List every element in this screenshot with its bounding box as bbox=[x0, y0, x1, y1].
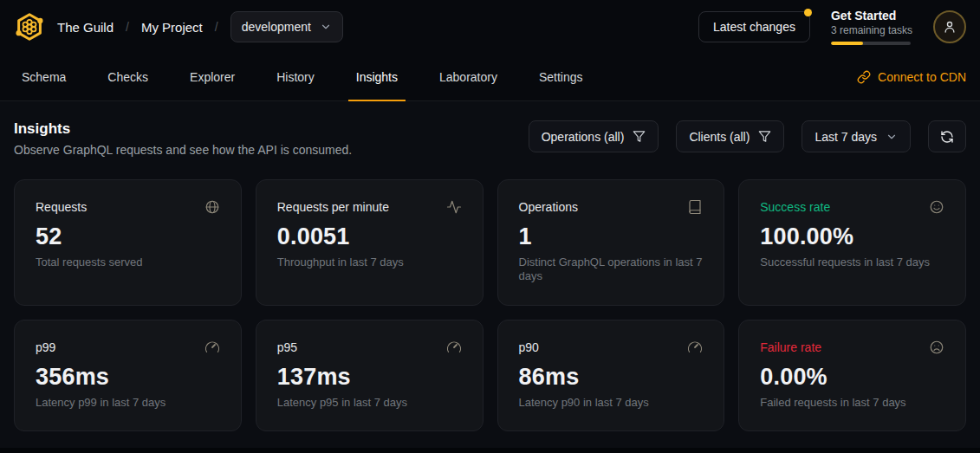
stat-card: Operations 1 Distinct GraphQL operations… bbox=[497, 179, 725, 306]
refresh-icon bbox=[940, 130, 954, 144]
progress-fill bbox=[831, 42, 863, 45]
gauge-icon bbox=[204, 340, 220, 355]
app-root: The Guild / My Project / development Lat… bbox=[0, 0, 980, 453]
tab-list: SchemaChecksExplorerHistoryInsightsLabor… bbox=[14, 54, 591, 100]
chevron-down-icon bbox=[320, 21, 332, 33]
activity-icon bbox=[446, 199, 462, 215]
breadcrumb-project[interactable]: My Project bbox=[141, 20, 203, 35]
guild-logo[interactable] bbox=[14, 11, 45, 42]
latest-changes-label: Latest changes bbox=[713, 20, 795, 34]
card-value: 1 bbox=[519, 223, 704, 250]
clients-filter-label: Clients (all) bbox=[689, 130, 750, 144]
insights-page: Insights Observe GraphQL requests and se… bbox=[0, 101, 980, 448]
connect-cdn-label: Connect to CDN bbox=[878, 70, 966, 84]
filters-toolbar: Operations (all) Clients (all) Last 7 da… bbox=[529, 120, 966, 152]
card-title: p95 bbox=[277, 340, 297, 354]
tab-explorer[interactable]: Explorer bbox=[182, 54, 243, 101]
stat-card: p99 356ms Latency p99 in last 7 days bbox=[14, 320, 242, 431]
globe-icon bbox=[204, 199, 220, 215]
card-description: Throughput in last 7 days bbox=[277, 256, 462, 269]
tab-laboratory[interactable]: Laboratory bbox=[432, 54, 505, 101]
card-description: Total requests served bbox=[36, 256, 220, 269]
card-description: Latency p95 in last 7 days bbox=[277, 396, 462, 410]
card-title: Requests per minute bbox=[277, 200, 389, 214]
main-nav: SchemaChecksExplorerHistoryInsightsLabor… bbox=[0, 54, 980, 101]
card-value: 52 bbox=[36, 223, 220, 250]
stat-card: Failure rate 0.00% Failed requests in la… bbox=[738, 320, 966, 431]
stat-card: p95 137ms Latency p95 in last 7 days bbox=[256, 320, 484, 431]
card-title: Operations bbox=[519, 200, 578, 214]
get-started-subtitle: 3 remaining tasks bbox=[831, 24, 912, 36]
get-started-progress-track bbox=[831, 42, 911, 45]
card-description: Successful requests in last 7 days bbox=[760, 256, 944, 269]
page-title: Insights bbox=[14, 120, 352, 138]
stat-card: p90 86ms Latency p90 in last 7 days bbox=[497, 320, 725, 431]
card-value: 356ms bbox=[36, 364, 220, 391]
latest-changes-button[interactable]: Latest changes bbox=[698, 11, 810, 42]
refresh-button[interactable] bbox=[928, 120, 966, 152]
card-value: 86ms bbox=[519, 364, 704, 391]
page-subtitle: Observe GraphQL requests and see how the… bbox=[14, 143, 352, 157]
user-avatar[interactable] bbox=[933, 10, 966, 43]
frown-icon bbox=[929, 340, 944, 355]
top-header: The Guild / My Project / development Lat… bbox=[0, 0, 980, 54]
card-description: Failed requests in last 7 days bbox=[760, 396, 944, 410]
card-value: 0.0051 bbox=[277, 223, 462, 250]
date-range-button[interactable]: Last 7 days bbox=[802, 120, 911, 152]
tab-schema[interactable]: Schema bbox=[14, 54, 74, 101]
filter-icon bbox=[758, 130, 771, 143]
tab-checks[interactable]: Checks bbox=[100, 54, 156, 101]
card-title: p90 bbox=[519, 340, 539, 354]
card-value: 100.00% bbox=[760, 223, 944, 250]
card-value: 0.00% bbox=[760, 364, 944, 391]
person-icon bbox=[942, 19, 957, 35]
stat-card: Success rate 100.00% Successful requests… bbox=[738, 179, 966, 306]
card-title: Failure rate bbox=[760, 340, 821, 354]
connect-cdn-link[interactable]: Connect to CDN bbox=[857, 54, 966, 100]
date-range-label: Last 7 days bbox=[815, 130, 877, 144]
breadcrumb-separator: / bbox=[215, 20, 218, 34]
get-started-widget[interactable]: Get Started 3 remaining tasks bbox=[831, 9, 912, 45]
bottom-strip bbox=[0, 448, 980, 453]
card-description: Latency p99 in last 7 days bbox=[36, 396, 220, 410]
card-value: 137ms bbox=[277, 364, 462, 391]
filter-icon bbox=[633, 130, 646, 143]
stat-card: Requests 52 Total requests served bbox=[14, 179, 242, 306]
notification-dot bbox=[804, 9, 812, 16]
breadcrumb-separator: / bbox=[126, 20, 129, 34]
target-selector-value: development bbox=[242, 20, 311, 34]
tab-history[interactable]: History bbox=[269, 54, 322, 101]
smile-icon bbox=[929, 199, 944, 215]
stats-grid: Requests 52 Total requests served Reques… bbox=[14, 179, 966, 431]
clients-filter-button[interactable]: Clients (all) bbox=[676, 120, 784, 152]
get-started-title: Get Started bbox=[831, 9, 912, 23]
gauge-icon bbox=[446, 340, 462, 355]
target-selector[interactable]: development bbox=[230, 11, 343, 42]
link-icon bbox=[857, 70, 871, 84]
tab-insights[interactable]: Insights bbox=[348, 54, 406, 101]
chevron-down-icon bbox=[886, 131, 898, 143]
card-description: Latency p90 in last 7 days bbox=[519, 396, 704, 410]
operations-filter-label: Operations (all) bbox=[542, 130, 625, 144]
book-icon bbox=[687, 199, 703, 215]
card-title: Requests bbox=[36, 200, 87, 214]
gauge-icon bbox=[687, 340, 703, 355]
stat-card: Requests per minute 0.0051 Throughput in… bbox=[256, 179, 484, 306]
card-title: p99 bbox=[36, 340, 55, 354]
operations-filter-button[interactable]: Operations (all) bbox=[529, 120, 659, 152]
tab-settings[interactable]: Settings bbox=[531, 54, 591, 101]
breadcrumb-org[interactable]: The Guild bbox=[57, 20, 114, 35]
breadcrumb: The Guild / My Project / bbox=[57, 20, 218, 35]
card-title: Success rate bbox=[760, 200, 830, 214]
card-description: Distinct GraphQL operations in last 7 da… bbox=[519, 256, 704, 284]
